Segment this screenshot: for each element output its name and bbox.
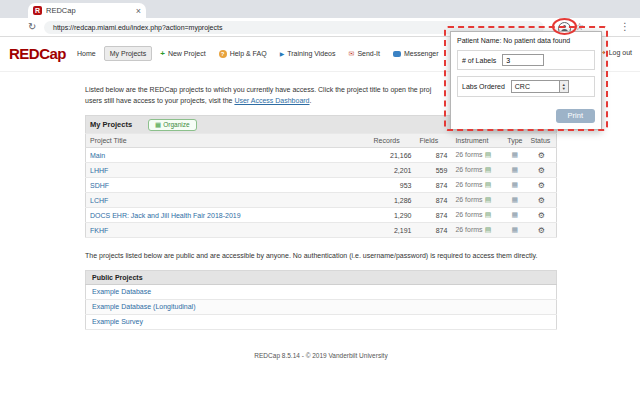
project-link[interactable]: FKHF xyxy=(90,227,108,234)
plus-icon: + xyxy=(160,49,165,58)
list-item: Example Database xyxy=(86,284,557,299)
project-type-icon: ▦ xyxy=(512,151,519,158)
public-project-link[interactable]: Example Database (Longitudinal) xyxy=(92,303,196,310)
organize-grid-icon: ▦ xyxy=(155,121,161,128)
project-type-icon: ▦ xyxy=(512,196,519,203)
nav-item-send-it[interactable]: ✉ Send-It xyxy=(344,47,385,61)
wrench-icon[interactable]: ⚙ xyxy=(538,196,545,205)
envelope-icon: ✉ xyxy=(349,50,355,58)
table-row: FKHF 2,191 874 26 forms▤ ▦ ⚙ xyxy=(86,223,557,238)
project-type-icon: ▦ xyxy=(512,211,519,218)
labs-field-label: Labs Ordered xyxy=(462,83,505,90)
table-row: LHHF 2,201 559 26 forms▤ ▦ ⚙ xyxy=(86,163,557,178)
project-link[interactable]: SDHF xyxy=(90,182,109,189)
tab-title: REDCap xyxy=(46,6,132,15)
browser-menu-icon[interactable]: ⋮ xyxy=(620,21,630,32)
wrench-icon[interactable]: ⚙ xyxy=(538,166,545,175)
redcap-favicon-icon: R xyxy=(33,6,42,15)
project-type-icon: ▦ xyxy=(512,166,519,173)
refresh-icon[interactable]: ↻ xyxy=(28,21,36,32)
public-projects-title: Public Projects xyxy=(86,270,557,284)
person-head-shape xyxy=(563,25,566,28)
instrument-list-icon: ▤ xyxy=(485,181,492,188)
project-link[interactable]: LHHF xyxy=(90,167,108,174)
wrench-icon[interactable]: ⚙ xyxy=(538,226,545,235)
project-link[interactable]: LCHF xyxy=(90,197,108,204)
instrument-list-icon: ▤ xyxy=(485,166,492,173)
tab-strip: R REDCap × xyxy=(0,0,640,18)
wrench-icon[interactable]: ⚙ xyxy=(538,181,545,190)
public-project-link[interactable]: Example Database xyxy=(92,288,151,295)
nav-item-help-faq[interactable]: ? Help & FAQ xyxy=(214,47,272,61)
table-row: DOCS EHR: Jack and Jill Health Fair 2018… xyxy=(86,208,557,223)
nav-item-my-projects[interactable]: My Projects xyxy=(104,46,153,61)
public-project-link[interactable]: Example Survey xyxy=(92,318,143,325)
labels-field-row: # of Labels xyxy=(457,50,595,70)
project-link[interactable]: DOCS EHR: Jack and Jill Health Fair 2018… xyxy=(90,212,241,219)
nav-item-new-project[interactable]: + New Project xyxy=(155,46,210,61)
col-status: Status xyxy=(526,134,556,148)
my-projects-table: My Projects ▦Organize Project Title Reco… xyxy=(85,115,557,238)
col-fields: Fields xyxy=(415,134,451,148)
labs-ordered-select[interactable]: CRC ▲ ▼ xyxy=(511,80,569,93)
extension-popup: Patient Name: No patient data found # of… xyxy=(450,31,602,130)
print-row: Print xyxy=(457,104,595,123)
select-stepper-icon: ▲ ▼ xyxy=(559,81,568,92)
nav-item-home[interactable]: Home xyxy=(72,47,101,60)
print-button[interactable]: Print xyxy=(556,109,595,123)
video-icon: ▶ xyxy=(280,50,285,57)
instrument-list-icon: ▤ xyxy=(485,226,492,233)
project-type-icon: ▦ xyxy=(512,226,519,233)
user-access-dashboard-link[interactable]: User Access Dashboard xyxy=(234,97,309,104)
labels-field-label: # of Labels xyxy=(462,57,496,64)
redcap-logo[interactable]: REDCap xyxy=(9,45,66,62)
col-records: Records xyxy=(370,134,416,148)
instrument-list-icon: ▤ xyxy=(485,196,492,203)
instrument-list-icon: ▤ xyxy=(485,211,492,218)
table-row: LCHF 1,286 874 26 forms▤ ▦ ⚙ xyxy=(86,193,557,208)
browser-window: R REDCap × ↻ https://redcap.miami.edu/in… xyxy=(0,0,640,400)
footer-version-text: REDCap 8.5.14 - © 2019 Vanderbilt Univer… xyxy=(85,352,557,359)
instrument-list-icon: ▤ xyxy=(485,151,492,158)
my-projects-title: My Projects xyxy=(90,120,132,129)
labs-selected-value: CRC xyxy=(512,83,559,90)
labs-field-row: Labs Ordered CRC ▲ ▼ xyxy=(457,76,595,97)
browser-tab[interactable]: R REDCap × xyxy=(28,3,146,18)
project-type-icon: ▦ xyxy=(512,181,519,188)
logout-button[interactable]: ↪ Log out xyxy=(599,48,632,57)
list-item: Example Database (Longitudinal) xyxy=(86,299,557,314)
organize-button[interactable]: ▦Organize xyxy=(148,119,197,131)
project-link[interactable]: Main xyxy=(90,152,105,159)
wrench-icon[interactable]: ⚙ xyxy=(538,151,545,160)
col-instrument: Instrument xyxy=(451,134,503,148)
labels-count-input[interactable] xyxy=(502,54,544,66)
public-intro-text: The projects listed below are public and… xyxy=(85,251,557,262)
nav-items: Home My Projects + New Project ? Help & … xyxy=(72,46,444,61)
tab-close-icon[interactable]: × xyxy=(136,6,141,16)
wrench-icon[interactable]: ⚙ xyxy=(538,211,545,220)
table-row: Main 21,166 874 26 forms▤ ▦ ⚙ xyxy=(86,148,557,163)
chat-bubble-icon xyxy=(393,51,401,57)
nav-item-training-videos[interactable]: ▶ Training Videos xyxy=(275,47,341,60)
list-item: Example Survey xyxy=(86,314,557,329)
col-project-title: Project Title xyxy=(86,134,370,148)
help-icon: ? xyxy=(219,50,227,58)
public-projects-table: Public Projects Example Database Example… xyxy=(85,270,557,330)
table-row: SDHF 953 874 26 forms▤ ▦ ⚙ xyxy=(86,178,557,193)
patient-name-status: Patient Name: No patient data found xyxy=(457,37,595,44)
nav-item-messenger[interactable]: Messenger xyxy=(388,47,444,60)
col-type: Type xyxy=(503,134,526,148)
stepper-down-icon: ▼ xyxy=(562,87,566,91)
